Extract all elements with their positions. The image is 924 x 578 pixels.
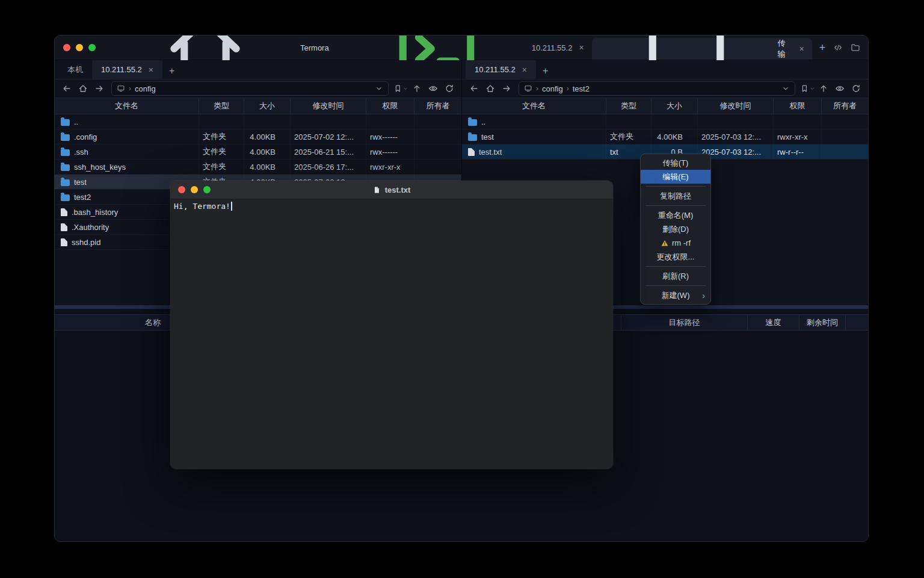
column-header-mtime[interactable]: 修改时间 (698, 98, 774, 114)
column-header-speed[interactable]: 速度 (748, 315, 799, 330)
file-row-config[interactable]: .config 文件夹4.00KB 2025-07-02 12:...rwx--… (55, 129, 461, 144)
breadcrumb-segment[interactable]: config (135, 84, 156, 93)
show-hidden-button[interactable] (426, 81, 440, 96)
folder-icon (61, 179, 70, 186)
upload-button[interactable] (816, 81, 831, 96)
file-icon (373, 186, 381, 194)
column-header-type[interactable]: 类型 (199, 98, 244, 114)
column-header-name[interactable]: 文件名 (55, 98, 199, 114)
menu-item-transfer[interactable]: 传输(T) (641, 156, 710, 170)
computer-icon (524, 84, 532, 93)
maximize-window-button[interactable] (203, 186, 211, 193)
menu-item-copy-path[interactable]: 复制路径 (641, 189, 710, 203)
menu-separator (645, 266, 706, 267)
menu-item-edit[interactable]: 编辑(E) (641, 170, 710, 184)
home-button[interactable] (76, 81, 90, 96)
column-header-perm[interactable]: 权限 (774, 98, 822, 114)
menu-item-rm-rf[interactable]: rm -rf (641, 236, 710, 250)
folder-icon (61, 194, 70, 201)
minimize-window-button[interactable] (191, 186, 198, 193)
menu-item-delete[interactable]: 删除(D) (641, 222, 710, 236)
tab-termora[interactable]: Termora (105, 36, 339, 60)
path-breadcrumb[interactable]: › config › test2 (519, 81, 795, 96)
code-icon[interactable] (833, 42, 843, 53)
back-button[interactable] (467, 81, 481, 96)
column-header-remaining[interactable]: 剩余时间 (799, 315, 846, 330)
column-header-end (846, 315, 869, 330)
menu-item-change-permissions[interactable]: 更改权限... (641, 250, 710, 264)
folder-icon[interactable] (850, 42, 861, 53)
tab-remote-host[interactable]: 10.211.55.2 × (466, 60, 536, 79)
column-header-target-path[interactable]: 目标路径 (621, 315, 748, 330)
close-tab-icon[interactable]: × (799, 45, 804, 53)
menu-separator (645, 205, 706, 206)
chevron-down-icon[interactable] (375, 84, 383, 93)
file-row-parent[interactable]: .. (55, 114, 461, 129)
file-row-ssh[interactable]: .ssh 文件夹4.00KB 2025-06-21 15:...rwx-----… (55, 144, 461, 160)
bookmark-button[interactable] (800, 81, 815, 96)
file-table-header: 文件名 类型 大小 修改时间 权限 所有者 (55, 98, 461, 114)
context-menu: 传输(T) 编辑(E) 复制路径 重命名(M) 删除(D) rm -rf 更改权… (640, 154, 711, 305)
refresh-button[interactable] (849, 81, 863, 96)
file-row-ssh-host-keys[interactable]: ssh_host_keys 文件夹4.00KB 2025-06-26 17:..… (55, 160, 461, 175)
maximize-window-button[interactable] (88, 44, 96, 51)
column-header-size[interactable]: 大小 (651, 98, 698, 114)
forward-button[interactable] (499, 81, 514, 96)
window-controls (63, 44, 96, 51)
editor-window-controls (178, 186, 211, 193)
tab-transfer[interactable]: 传输 × (592, 38, 812, 60)
right-panel-tabs: 10.211.55.2 × + (462, 60, 868, 79)
close-tab-icon[interactable]: × (522, 66, 527, 74)
column-header-owner[interactable]: 所有者 (822, 98, 868, 114)
left-panel-toolbar: › config (55, 79, 461, 98)
path-breadcrumb[interactable]: › config (111, 81, 389, 96)
editor-window: test.txt Hi, Termora! (170, 181, 613, 469)
titlebar: Termora 10.211.55.2 × 传输 × + (55, 36, 868, 60)
menu-item-new[interactable]: 新建(W) › (641, 288, 710, 302)
tab-host-session[interactable]: 10.211.55.2 × (339, 36, 592, 60)
new-panel-tab-button[interactable]: + (536, 66, 555, 76)
menu-separator (645, 186, 706, 187)
column-header-mtime[interactable]: 修改时间 (291, 98, 366, 114)
home-button[interactable] (483, 81, 497, 96)
forward-button[interactable] (92, 81, 106, 96)
refresh-button[interactable] (442, 81, 457, 96)
menu-item-rename[interactable]: 重命名(M) (641, 208, 710, 222)
folder-icon (468, 134, 477, 141)
column-header-perm[interactable]: 权限 (366, 98, 414, 114)
tab-local[interactable]: 本机 (58, 60, 92, 79)
menu-item-refresh[interactable]: 刷新(R) (641, 269, 710, 283)
back-button[interactable] (60, 81, 74, 96)
left-panel-tabs: 本机 10.211.55.2 × + (55, 60, 461, 79)
column-header-owner[interactable]: 所有者 (414, 98, 461, 114)
editor-title: test.txt (373, 185, 411, 194)
breadcrumb-segment[interactable]: config (542, 84, 563, 93)
computer-icon (117, 84, 125, 93)
column-header-size[interactable]: 大小 (244, 98, 291, 114)
editor-content[interactable]: Hi, Termora! (170, 199, 613, 469)
warning-icon (661, 239, 669, 247)
tab-remote-host[interactable]: 10.211.55.2 × (92, 60, 162, 79)
file-row-test[interactable]: test 文件夹4.00KB 2025-07-03 12:...rwxr-xr-… (462, 129, 868, 144)
new-tab-button[interactable]: + (812, 42, 833, 53)
show-hidden-button[interactable] (833, 81, 847, 96)
file-row-parent[interactable]: .. (462, 114, 868, 129)
minimize-window-button[interactable] (76, 44, 83, 51)
text-cursor (231, 202, 232, 211)
upload-button[interactable] (410, 81, 424, 96)
editor-titlebar[interactable]: test.txt (170, 181, 613, 199)
tab-label: 10.211.55.2 (532, 43, 573, 52)
folder-icon (61, 164, 70, 171)
new-panel-tab-button[interactable]: + (162, 66, 181, 76)
bookmark-button[interactable] (393, 81, 408, 96)
close-window-button[interactable] (63, 44, 70, 51)
breadcrumb-segment[interactable]: test2 (573, 84, 590, 93)
close-tab-icon[interactable]: × (149, 66, 153, 74)
close-tab-icon[interactable]: × (579, 43, 584, 52)
close-window-button[interactable] (178, 186, 185, 193)
tab-label: 传输 (778, 38, 793, 60)
log-icon[interactable] (867, 42, 869, 53)
column-header-type[interactable]: 类型 (606, 98, 651, 114)
chevron-down-icon[interactable] (781, 84, 790, 93)
column-header-name[interactable]: 文件名 (462, 98, 606, 114)
